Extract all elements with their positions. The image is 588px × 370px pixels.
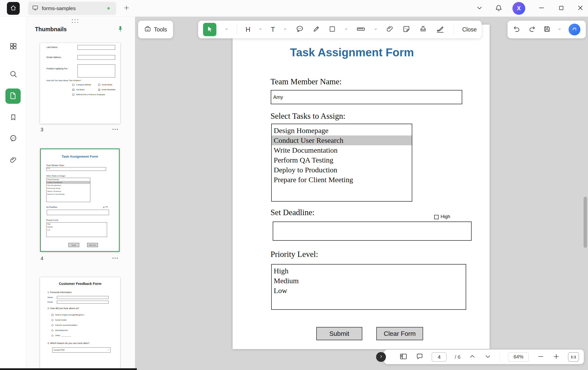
mini-title: Task Assignment Form [41,155,119,158]
pen-icon[interactable] [312,25,320,34]
zoom-level[interactable]: 64% [508,352,529,362]
thumbnails-panel-button[interactable] [5,89,21,104]
checkbox-checked-icon [72,89,74,91]
mini-label: Search engine (Google/Bing/etc.) [55,314,84,316]
measure-dropdown[interactable] [374,27,378,32]
deadline-label: Set Deadline: [270,208,315,217]
drag-handle-icon[interactable] [72,19,78,23]
shape-dropdown[interactable] [344,27,348,32]
form-title: Task Assignment Form [233,46,471,59]
comment-icon [9,134,17,144]
notifications-expand-button[interactable] [475,3,484,13]
heading-field-icon[interactable]: H [246,26,251,33]
priority-option[interactable]: High [272,266,466,276]
chevron-down-icon [476,4,483,13]
comment-bubble-icon[interactable] [296,25,304,34]
tasks-listbox[interactable]: Design Homepage Conduct User Research Wr… [271,124,412,202]
team-member-input[interactable] [273,90,460,104]
mini-label: Email Address : [47,56,62,59]
sticker-icon[interactable] [402,25,411,34]
page-up-button[interactable] [469,353,476,361]
task-option[interactable]: Perform QA Testing [272,155,412,165]
undo-icon[interactable] [513,25,521,34]
new-tab-button[interactable] [122,3,131,13]
bookmarks-button[interactable] [0,111,26,125]
text-field-icon[interactable]: T [271,26,275,33]
pin-panel-button[interactable] [115,24,126,35]
home-button[interactable] [7,2,20,15]
page-down-button[interactable] [484,353,492,361]
select-tool-button[interactable] [203,23,216,36]
submit-button[interactable]: Submit [316,327,362,340]
high-checkbox[interactable] [434,215,439,219]
new-tab-icon [123,4,130,12]
apps-grid-button[interactable] [0,40,26,54]
mini-input [47,210,109,215]
signature-icon[interactable] [436,25,445,34]
panel-bottom-scrollbar[interactable] [0,368,137,370]
page-3-menu-button[interactable] [112,127,118,132]
save-dropdown[interactable] [558,27,561,32]
checkbox-icon [103,207,104,208]
attachments-button[interactable] [0,154,26,167]
page-4-menu-button[interactable] [112,256,118,261]
page-5-thumbnail[interactable]: Customer Feedback Form 1. Personal Infor… [40,277,120,370]
page-total: / 6 [455,354,460,360]
actual-size-button[interactable]: 1:1 [568,352,579,362]
task-option-selected[interactable]: Conduct User Research [272,135,412,145]
account-avatar[interactable]: X [512,2,525,15]
pin-icon [117,25,124,34]
attachment-icon[interactable] [386,25,394,34]
stamp-icon[interactable] [419,25,427,34]
priority-option[interactable]: Low [272,286,466,296]
mini-label: 2. How did you hear about us? [48,307,79,310]
zoom-out-button[interactable] [537,353,544,361]
next-icon [379,354,383,360]
maximize-button[interactable] [556,3,566,13]
zoom-in-button[interactable] [553,353,560,361]
mini-label: Email: [48,301,53,303]
priority-listbox[interactable]: High Medium Low [271,264,466,310]
shape-icon[interactable] [329,25,336,34]
mini-label: 3. Which feature do you use most often? [48,342,90,344]
comments-button[interactable] [0,132,26,146]
task-option[interactable]: Write Documentation [272,145,412,155]
tools-button[interactable]: Tools [138,21,173,38]
ai-assistant-button[interactable] [569,24,580,35]
vertical-scrollbar[interactable] [584,197,587,248]
search-button[interactable] [0,68,26,81]
reading-mode-icon[interactable] [399,352,408,362]
page-3-thumbnail[interactable]: Last Name : Email Address : Position App… [40,43,120,124]
heading-field-dropdown[interactable] [259,27,262,32]
document-tab[interactable]: forms-samples [28,2,116,15]
left-icon-rail [0,17,26,370]
priority-option[interactable]: Medium [272,276,466,286]
close-window-button[interactable] [575,3,585,13]
clear-form-button[interactable]: Clear Form [376,327,423,340]
save-icon[interactable] [543,25,551,34]
mini-label: Company Website [76,84,91,86]
page-3-number: 3 [41,127,43,133]
main-toolbar: H T Close [198,21,482,38]
mini-input [78,55,115,60]
redo-icon[interactable] [528,25,536,34]
tab-title: forms-samples [42,5,76,11]
page-number-input[interactable] [432,353,446,361]
collapse-statusbar-button[interactable] [376,352,386,362]
document-canvas[interactable]: Task Assignment Form Team Member Name: S… [135,17,588,370]
task-option[interactable]: Deploy to Production [272,165,412,175]
team-member-field[interactable] [271,90,462,104]
close-icon [577,4,584,13]
measure-icon[interactable] [356,25,365,34]
annotation-icon[interactable] [416,353,424,361]
select-tool-dropdown[interactable] [225,27,228,32]
close-toolbar-button[interactable]: Close [462,26,477,33]
notifications-button[interactable] [494,3,504,13]
task-option[interactable]: Design Homepage [272,126,412,135]
deadline-field[interactable] [273,222,472,241]
page-4-thumbnail-selected[interactable]: Task Assignment Form Team Member Name: A… [40,148,120,252]
panel-title: Thumbnails [35,26,67,33]
task-option[interactable]: Prepare for Client Meeting [272,175,412,185]
minimize-button[interactable] [537,3,546,13]
text-field-dropdown[interactable] [283,27,287,32]
